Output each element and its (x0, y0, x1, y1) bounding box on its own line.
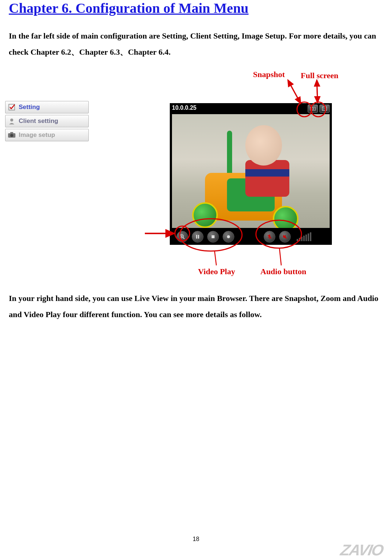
svg-rect-7 (322, 107, 327, 110)
svg-rect-14 (212, 235, 215, 238)
svg-rect-3 (10, 132, 13, 134)
annotation-fullscreen: Full screen (301, 71, 338, 80)
volume-indicator[interactable] (297, 232, 311, 241)
snapshot-button[interactable] (308, 105, 318, 113)
annotation-snapshot: Snapshot (253, 70, 285, 79)
ui-screenshot-area: Setting Client setting Image setup 10.0.… (4, 98, 328, 252)
live-view-image (172, 114, 330, 228)
svg-line-30 (215, 251, 216, 265)
mic-button[interactable] (264, 231, 275, 243)
setting-button[interactable]: Setting (5, 101, 89, 113)
fullscreen-button[interactable] (319, 105, 330, 113)
viewer-ip-address: 10.0.0.25 (172, 105, 197, 111)
svg-point-15 (227, 235, 230, 238)
client-setting-button[interactable]: Client setting (5, 115, 89, 127)
user-icon (8, 117, 16, 125)
image-setup-label: Image setup (19, 131, 55, 139)
svg-point-6 (312, 108, 314, 110)
image-setup-button[interactable]: Image setup (5, 129, 89, 141)
annotation-video-play: Video Play (198, 267, 235, 276)
brand-logo: ZAVIO (337, 541, 392, 559)
page-number: 18 (0, 536, 392, 542)
svg-point-1 (10, 119, 13, 121)
camera-icon (8, 131, 16, 139)
intro-paragraph-1: In the far left side of main configurati… (9, 28, 383, 60)
svg-rect-13 (198, 235, 199, 239)
live-view-panel: 10.0.0.25 (170, 103, 332, 245)
client-setting-label: Client setting (19, 117, 58, 125)
setting-label: Setting (19, 104, 40, 111)
chapter-heading: Chapter 6. Configuration of Main Menu (9, 0, 249, 16)
svg-line-9 (183, 237, 184, 239)
svg-rect-12 (196, 235, 197, 239)
svg-point-4 (10, 134, 13, 137)
speaker-button[interactable] (279, 231, 291, 243)
intro-paragraph-2: In your right hand side, you can use Liv… (9, 290, 383, 323)
record-button[interactable] (223, 231, 234, 243)
viewer-controls (170, 229, 332, 245)
svg-rect-5 (310, 107, 315, 110)
stop-button[interactable] (207, 231, 219, 243)
annotation-audio-button: Audio button (260, 267, 306, 276)
check-icon (8, 103, 16, 111)
pause-button[interactable] (192, 231, 204, 243)
config-sidebar: Setting Client setting Image setup (5, 101, 89, 143)
zoom-button[interactable] (176, 231, 188, 243)
